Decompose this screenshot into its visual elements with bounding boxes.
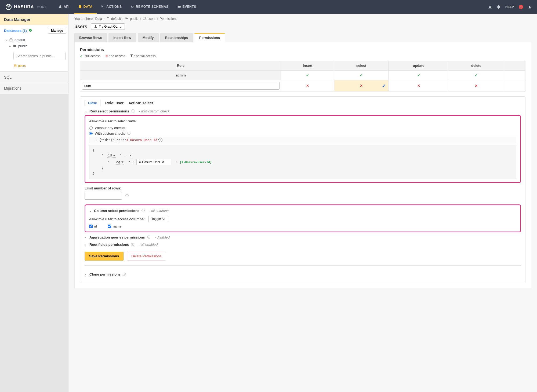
svg-point-4 <box>103 6 104 7</box>
radio-with-check[interactable]: With custom check: ⓘ <box>89 131 516 136</box>
chevron-down-icon: ⌄ <box>9 44 11 48</box>
toggle-all-button[interactable]: Toggle All <box>148 216 168 222</box>
notification-badge[interactable]: 1 <box>519 5 523 9</box>
nav-data[interactable]: DATA <box>74 0 97 14</box>
allow-rows: rows <box>128 119 136 123</box>
check-json-line[interactable]: 1 {"id":{"_eq":"X-Hasura-User-Id"}} <box>89 137 516 143</box>
col-name-label: name <box>113 224 122 228</box>
allow-mid: to select <box>113 119 128 123</box>
aggregation-label: Aggregation queries permissions <box>89 235 145 239</box>
checkbox-name[interactable] <box>108 225 111 228</box>
nav-right: HELP 1 <box>488 5 532 9</box>
cell-admin-actions <box>504 71 525 80</box>
breadcrumb-schema[interactable]: public <box>130 17 138 21</box>
rootfields-hint: - all enabled <box>139 243 158 247</box>
permission-panel: Close Role: user Action: select ⌄ Row se… <box>80 96 525 283</box>
warning-icon[interactable] <box>488 5 492 9</box>
save-permissions-button[interactable]: Save Permissions <box>85 252 124 261</box>
flask-icon <box>94 25 97 28</box>
line-number: 1 <box>91 138 97 142</box>
database-icon <box>106 17 110 21</box>
cell-admin-update[interactable]: ✓ <box>389 71 449 80</box>
try-graphql-button[interactable]: Try GraphQL ⌄ <box>91 23 125 30</box>
radio-with[interactable] <box>89 132 93 135</box>
nav-remote[interactable]: REMOTE SCHEMAS <box>126 0 173 14</box>
tab-modify[interactable]: Modify <box>138 33 159 42</box>
nav-remote-label: REMOTE SCHEMAS <box>136 5 169 9</box>
cell-user-insert[interactable]: ✕ <box>281 80 334 91</box>
tree-schema-public[interactable]: ⌄ public <box>9 43 66 49</box>
chevron-down-icon: ⌄ <box>119 25 122 28</box>
cell-user-delete[interactable]: ✕ <box>449 80 504 91</box>
col-actions <box>504 61 525 71</box>
limit-input[interactable] <box>85 192 122 200</box>
check-circle-icon <box>29 29 32 33</box>
chevron-right-icon: › <box>122 17 124 21</box>
brand: HASURA v2.16.1 <box>5 4 46 10</box>
json-c: "}} <box>157 138 163 142</box>
cell-user-select[interactable]: ✕ <box>334 80 389 91</box>
value-input[interactable] <box>136 159 171 165</box>
col-allow-cols: columns <box>129 217 144 221</box>
radio-without-checks[interactable]: Without any checks <box>89 126 516 130</box>
cell-admin-select[interactable]: ✓ <box>334 71 389 80</box>
help-icon[interactable]: ⓘ <box>127 131 130 136</box>
field-select[interactable]: id <box>107 153 116 158</box>
col-checkbox-name[interactable]: name <box>108 224 122 228</box>
cell-admin-delete[interactable]: ✓ <box>449 71 504 80</box>
user-icon[interactable] <box>528 5 532 9</box>
help-icon[interactable]: ⓘ <box>131 109 135 113</box>
radio-without[interactable] <box>89 126 93 130</box>
help-icon[interactable]: ⓘ <box>147 235 150 240</box>
rootfields-header[interactable]: › Root fields permissions ⓘ - all enable… <box>85 242 521 247</box>
cell-admin-insert[interactable]: ✓ <box>281 71 334 80</box>
nav-actions[interactable]: ACTIONS <box>97 0 126 14</box>
col-checkbox-id[interactable]: id <box>89 224 97 228</box>
tab-relationships[interactable]: Relationships <box>160 33 193 42</box>
help-icon[interactable]: ⓘ <box>131 242 134 247</box>
help-icon[interactable]: ⓘ <box>125 194 129 198</box>
help-icon[interactable]: ⓘ <box>141 208 145 213</box>
clone-header[interactable]: › Clone permissions ⓘ <box>85 272 521 277</box>
tab-permissions[interactable]: Permissions <box>194 33 225 42</box>
breadcrumb: You are here: Data › default › public › … <box>68 14 537 23</box>
clone-label: Clone permissions <box>89 272 121 276</box>
role-admin: admin <box>80 71 281 80</box>
checkbox-id[interactable] <box>89 225 93 228</box>
databases-label[interactable]: Databases (1) <box>4 29 32 33</box>
col-select: select <box>334 61 389 71</box>
database-icon <box>78 5 82 9</box>
manage-button[interactable]: Manage <box>48 28 66 34</box>
row-permissions-header[interactable]: ⌄ Row select permissions ⓘ - with custom… <box>85 109 521 113</box>
tree-db-default[interactable]: ⌄ default <box>5 37 66 43</box>
search-input[interactable] <box>13 52 66 60</box>
sidebar-migrations[interactable]: Migrations <box>0 83 68 94</box>
close-button[interactable]: Close <box>85 100 100 106</box>
allow-pre: Allow role <box>89 119 105 123</box>
limit-rows: Limit number of rows: ⓘ <box>85 186 521 200</box>
nav-events[interactable]: EVENTS <box>173 0 201 14</box>
breadcrumb-db[interactable]: default <box>111 17 121 21</box>
operator-select[interactable]: _eq <box>114 160 124 164</box>
chevron-right-icon: › <box>140 17 141 21</box>
help-link[interactable]: HELP <box>505 5 514 9</box>
column-permissions-header[interactable]: ⌄ Column select permissions ⓘ - all colu… <box>89 208 516 213</box>
delete-permissions-button[interactable]: Delete Permissions <box>127 252 166 261</box>
table-users-label: users <box>18 64 26 68</box>
column-permissions-label: Column select permissions <box>94 209 139 213</box>
sidebar-sql[interactable]: SQL <box>0 72 68 83</box>
aggregation-header[interactable]: › Aggregation queries permissions ⓘ - di… <box>85 235 521 240</box>
tree-table-users[interactable]: users <box>13 63 66 69</box>
cell-user-update[interactable]: ✕ <box>389 80 449 91</box>
help-icon[interactable]: ⓘ <box>123 272 126 277</box>
col-allow-mid: to access <box>113 217 129 221</box>
tab-insert[interactable]: Insert Row <box>108 33 136 42</box>
breadcrumb-table[interactable]: users <box>147 17 155 21</box>
breadcrumb-data[interactable]: Data <box>95 17 102 21</box>
col-allow-pre: Allow role <box>89 217 105 221</box>
tab-browse[interactable]: Browse Rows <box>74 33 107 42</box>
pencil-icon[interactable] <box>382 84 386 87</box>
role-input-user[interactable] <box>82 82 280 90</box>
nav-api[interactable]: API <box>54 0 74 14</box>
settings-icon[interactable] <box>497 5 500 9</box>
